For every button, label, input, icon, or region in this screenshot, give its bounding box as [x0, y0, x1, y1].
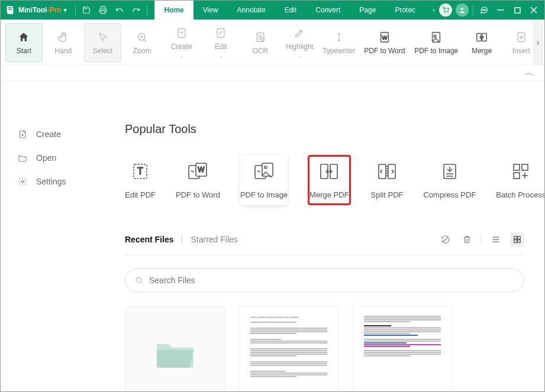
ribbon-highlight[interactable]: Highlight ⌄: [281, 23, 318, 62]
tool-label: Split PDF: [371, 190, 404, 199]
shop-icon[interactable]: [439, 4, 452, 17]
list-view-icon[interactable]: [489, 232, 503, 247]
window-maximize-icon[interactable]: [509, 2, 525, 18]
app-title: MiniTool-Pro: [18, 6, 61, 14]
tool-label: Merge PDF: [309, 190, 349, 199]
user-icon[interactable]: [456, 4, 469, 17]
undo-icon[interactable]: [112, 3, 127, 17]
redo-icon[interactable]: [129, 3, 143, 17]
menu-page[interactable]: Page: [350, 1, 385, 20]
sidebar: Create Open Settings: [1, 81, 119, 392]
sidebar-item-open[interactable]: Open: [17, 146, 119, 170]
svg-rect-34: [388, 164, 395, 179]
search-files[interactable]: [125, 268, 524, 292]
tool-label: Compress PDF: [423, 190, 476, 199]
collapse-ribbon-icon[interactable]: ︿: [524, 67, 534, 79]
ribbon-edit-label: Edit: [215, 43, 227, 51]
ribbon-pdf-to-image[interactable]: PDF to Image: [412, 23, 461, 62]
edit-pdf-icon: T: [130, 161, 151, 182]
ribbon-typewriter-label: Typewriter: [323, 47, 355, 55]
hand-icon: [56, 30, 70, 44]
ribbon-ocr[interactable]: OCR: [242, 23, 279, 62]
print-icon[interactable]: [96, 3, 110, 17]
ribbon-edit[interactable]: Edit ⌄: [202, 23, 240, 62]
ribbon-start[interactable]: Start: [5, 23, 43, 62]
tool-merge-pdf[interactable]: Merge PDF: [308, 155, 350, 205]
app-title-dropdown-icon[interactable]: ▾: [63, 6, 69, 14]
open-folder-card[interactable]: [125, 306, 225, 392]
tab-recent-files[interactable]: Recent Files: [125, 235, 173, 244]
ribbon-ocr-label: OCR: [252, 47, 268, 55]
merge-pdf-icon: [318, 161, 340, 182]
svg-text:T: T: [137, 166, 143, 176]
recent-files-grid: —— ——— —— ——— —— ———: [125, 306, 524, 392]
menu-view[interactable]: View: [194, 1, 228, 20]
ribbon-hand[interactable]: Hand: [45, 23, 82, 62]
window-close-icon[interactable]: [525, 2, 542, 18]
sidebar-item-create[interactable]: Create: [17, 122, 119, 146]
sidebar-item-label: Open: [36, 153, 56, 163]
sidebar-item-label: Settings: [36, 177, 66, 186]
ribbon-hand-label: Hand: [55, 47, 72, 55]
tool-edit-pdf[interactable]: T Edit PDF: [125, 155, 156, 205]
action-divider: [481, 235, 482, 244]
tool-label: PDF to Word: [176, 190, 220, 199]
dropdown-indicator-icon: ⌄: [297, 53, 302, 59]
menu-home[interactable]: Home: [154, 1, 193, 20]
recent-file-card[interactable]: —— ——— —— ——— —— ———: [238, 306, 339, 392]
sidebar-item-label: Create: [36, 129, 61, 139]
clear-recent-icon[interactable]: [438, 232, 453, 247]
titlebar-separator: [473, 5, 473, 15]
ribbon-scroll-right-icon[interactable]: ›: [533, 20, 543, 66]
compress-pdf-icon: [439, 161, 460, 182]
grid-view-icon[interactable]: [510, 232, 524, 247]
save-icon[interactable]: [79, 3, 93, 17]
menu-annotate[interactable]: Annotate: [228, 1, 275, 20]
tool-pdf-to-image[interactable]: PDF to Image: [240, 155, 288, 205]
svg-rect-41: [514, 240, 517, 243]
svg-rect-0: [101, 11, 105, 14]
window-minimize-icon[interactable]: [492, 2, 509, 18]
menu-edit[interactable]: Edit: [275, 1, 307, 20]
dropdown-indicator-icon: ⌄: [218, 53, 223, 59]
ribbon-pdf-to-word[interactable]: W PDF to Word: [360, 23, 409, 62]
ribbon-zoom[interactable]: Zoom: [124, 23, 161, 62]
ribbon-create[interactable]: Create ⌄: [163, 23, 200, 62]
ribbon-select[interactable]: Select: [84, 23, 121, 62]
typewriter-icon: [332, 30, 346, 44]
svg-point-17: [434, 35, 437, 37]
ribbon-select-label: Select: [93, 47, 112, 55]
recent-file-card[interactable]: [352, 306, 453, 392]
cursor-icon: [96, 30, 110, 44]
ribbon-create-label: Create: [171, 43, 192, 51]
ribbon-typewriter[interactable]: Typewriter: [321, 23, 358, 62]
home-icon: [17, 30, 31, 44]
popular-tools-grid: T Edit PDF W PDF to Word PDF to Image Me…: [125, 155, 524, 205]
ribbon-insert-label: Insert: [512, 47, 530, 55]
sidebar-item-settings[interactable]: Settings: [17, 170, 119, 193]
svg-text:W: W: [198, 166, 205, 174]
menu-convert[interactable]: Convert: [306, 1, 350, 20]
menu-protect[interactable]: Protec: [385, 1, 425, 20]
insert-icon: [514, 30, 528, 44]
delete-icon[interactable]: [460, 232, 474, 247]
edit-icon: [214, 26, 228, 40]
feedback-icon[interactable]: [476, 2, 492, 18]
tool-split-pdf[interactable]: Split PDF: [371, 155, 404, 205]
batch-process-icon: [510, 161, 531, 182]
search-icon: [135, 276, 143, 284]
svg-rect-38: [514, 173, 520, 179]
svg-rect-40: [518, 237, 521, 239]
create-icon: [175, 26, 189, 40]
svg-rect-37: [522, 164, 528, 170]
tab-starred-files[interactable]: Starred Files: [191, 235, 237, 244]
tool-compress-pdf[interactable]: Compress PDF: [423, 155, 476, 205]
search-input[interactable]: [149, 276, 514, 285]
tool-batch-process[interactable]: Batch Process: [496, 155, 544, 205]
ribbon-merge[interactable]: Merge: [463, 23, 501, 62]
main-menu: Home View Annotate Edit Convert Page Pro…: [154, 1, 425, 20]
dropdown-indicator-icon: ⌄: [179, 53, 184, 59]
tool-label: Edit PDF: [125, 190, 156, 199]
menu-overflow-icon[interactable]: ›: [433, 6, 435, 14]
tool-pdf-to-word[interactable]: W PDF to Word: [176, 155, 220, 205]
